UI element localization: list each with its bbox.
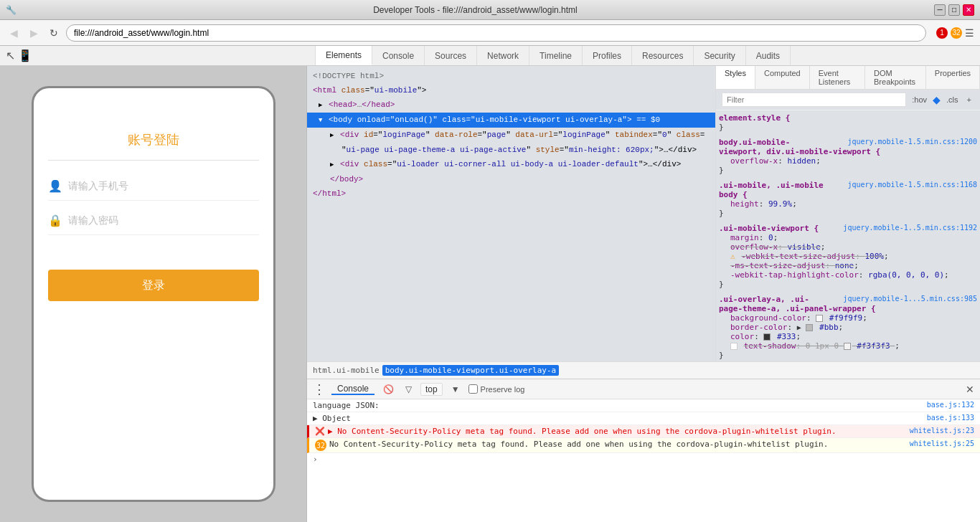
devtools-panel: <!DOCTYPE html> <html class="ui-mobile">… <box>307 66 980 522</box>
console-filter-icon[interactable]: ▽ <box>402 384 415 394</box>
error-badge: 1 <box>936 27 948 39</box>
preserve-log-label: Preserve log <box>468 384 525 394</box>
phone-preview: 账号登陆 👤 请输入手机号 🔒 请输入密码 登录 <box>0 66 307 522</box>
devtools-tab-elements[interactable]: Elements <box>316 46 372 65</box>
refresh-button[interactable]: ↻ <box>46 25 62 41</box>
top-area: <!DOCTYPE html> <html class="ui-mobile">… <box>307 66 980 361</box>
breadcrumb-html[interactable]: html.ui-mobile <box>313 366 380 375</box>
person-icon: 👤 <box>48 179 62 193</box>
tree-doctype[interactable]: <!DOCTYPE html> <box>307 69 715 83</box>
phone-content: 账号登陆 👤 请输入手机号 🔒 请输入密码 登录 <box>48 103 259 485</box>
console-tab[interactable]: Console <box>331 384 374 395</box>
devtools-tab-sources[interactable]: Sources <box>425 46 477 65</box>
console-toolbar: ⋮ Console 🚫 ▽ top ▼ Preserve log ✕ <box>307 379 980 399</box>
close-button[interactable]: ✕ <box>963 4 974 16</box>
styles-tabs: Styles Computed Event Listeners DOM Brea… <box>716 66 980 90</box>
console-messages: language JSON: base.js:132 ▶ Object base… <box>307 399 980 522</box>
devtools-tab-audits[interactable]: Audits <box>746 46 791 65</box>
styles-right-panel: Styles Computed Event Listeners DOM Brea… <box>716 66 980 361</box>
css-rule-element-style: element.style { } <box>719 113 977 132</box>
warning-badge: 32 <box>951 27 962 39</box>
phone-placeholder: 请输入手机号 <box>68 180 128 193</box>
main-area: 账号登陆 👤 请输入手机号 🔒 请输入密码 登录 <!DOCTYPE html> <box>0 66 980 522</box>
console-clear-icon[interactable]: 🚫 <box>380 384 397 394</box>
close-console-button[interactable]: ✕ <box>966 384 974 395</box>
color-swatch-ts <box>730 343 738 350</box>
tab-styles[interactable]: Styles <box>716 66 755 89</box>
color-swatch-color <box>763 333 771 341</box>
color-swatch-border <box>806 324 813 331</box>
login-title: 账号登陆 <box>128 131 179 148</box>
console-top-dropdown-icon[interactable]: ▼ <box>448 384 463 394</box>
add-style-button[interactable]: + <box>964 95 974 105</box>
styles-filter-bar: :hov ◆ .cls + <box>716 90 980 110</box>
console-top-filter[interactable]: top <box>420 383 443 396</box>
tree-div-loginpage[interactable]: ▶ <div id="loginPage" data-role="page" d… <box>307 128 715 143</box>
console-msg-object[interactable]: ▶ Object base.js:133 <box>307 412 980 425</box>
hov-button[interactable]: :hov <box>909 95 930 105</box>
console-menu-icon[interactable]: ⋮ <box>313 381 326 397</box>
error-icon: ❌ <box>315 427 325 436</box>
settings-icon[interactable]: ☰ <box>965 27 974 39</box>
login-divider <box>48 160 259 161</box>
css-rule-ui-mobile: .ui-mobile, .ui-mobilejquery.mobile-1.5.… <box>719 181 977 218</box>
warn-badge: 32 <box>315 440 326 451</box>
device-icon[interactable]: 📱 <box>18 49 32 62</box>
password-placeholder: 请输入密码 <box>68 214 118 227</box>
phone-input-group: 👤 请输入手机号 <box>48 172 259 201</box>
back-button[interactable]: ◀ <box>6 25 22 41</box>
devtools-tab-network[interactable]: Network <box>477 46 529 65</box>
tab-dom-breakpoints[interactable]: DOM Breakpoints <box>865 66 926 89</box>
console-msg-warn: 32 No Content-Security-Policy meta tag f… <box>307 438 980 453</box>
preserve-log-checkbox[interactable] <box>468 384 478 394</box>
login-button[interactable]: 登录 <box>48 270 259 301</box>
tree-html[interactable]: <html class="ui-mobile"> <box>307 83 715 98</box>
console-msg-error: ❌ ▶ No Content-Security-Policy meta tag … <box>307 425 980 438</box>
devtools-tab-profiles[interactable]: Profiles <box>583 46 632 65</box>
preserve-log-text: Preserve log <box>481 385 525 394</box>
tree-div-loginpage2[interactable]: "ui-page ui-page-theme-a ui-page-active"… <box>307 143 715 157</box>
css-rule-mobile-viewport: .ui-mobile-viewport {jquery.mobile-1..5.… <box>719 224 977 289</box>
devtools-toolbar-left: ↖ 📱 <box>0 46 316 65</box>
console-area: ⋮ Console 🚫 ▽ top ▼ Preserve log ✕ langu… <box>307 379 980 522</box>
devtools-tab-security[interactable]: Security <box>694 46 745 65</box>
tree-head[interactable]: ▶ <head>…</head> <box>307 98 715 113</box>
tree-body-close[interactable]: </body> <box>307 172 715 186</box>
phone-frame: 账号登陆 👤 请输入手机号 🔒 请输入密码 登录 <box>32 86 275 502</box>
inspect-icon[interactable]: ↖ <box>6 49 15 62</box>
html-tree[interactable]: <!DOCTYPE html> <html class="ui-mobile">… <box>307 66 716 361</box>
tab-event-listeners[interactable]: Event Listeners <box>810 66 865 89</box>
devtools-tab-console[interactable]: Console <box>372 46 425 65</box>
maximize-button[interactable]: □ <box>948 4 960 16</box>
devtools-tabs: ElementsConsoleSourcesNetworkTimelinePro… <box>316 46 791 65</box>
color-swatch-ts2 <box>844 343 851 350</box>
color-swatch-bg <box>816 315 823 322</box>
breadcrumb-body[interactable]: body.ui-mobile-viewport.ui-overlay-a <box>382 365 559 376</box>
tab-properties[interactable]: Properties <box>926 66 980 89</box>
devtools-tab-resources[interactable]: Resources <box>632 46 694 65</box>
lock-icon: 🔒 <box>48 214 62 227</box>
css-rule-viewport: body.ui-mobile-jquery.mobile-1.5.min.css… <box>719 138 977 175</box>
diamond-icon[interactable]: ◆ <box>933 94 941 105</box>
tree-div-loader[interactable]: ▶ <div class="ui-loader ui-corner-all ui… <box>307 157 715 172</box>
styles-content: element.style { } body.ui-mobile-jquery.… <box>716 110 980 361</box>
forward-button[interactable]: ▶ <box>26 25 42 41</box>
window-controls: ─ □ ✕ <box>934 4 974 16</box>
console-msg-language: language JSON: base.js:132 <box>307 399 980 412</box>
breadcrumb-bar: html.ui-mobile body.ui-mobile-viewport.u… <box>307 361 980 379</box>
password-input-group: 🔒 请输入密码 <box>48 207 259 235</box>
browser-titlebar: 🔧 Developer Tools - file:///android_asse… <box>0 0 980 20</box>
console-prompt: › <box>307 453 980 465</box>
devtools-tabbar: ↖ 📱 ElementsConsoleSourcesNetworkTimelin… <box>0 46 980 66</box>
styles-filter-input[interactable] <box>722 92 906 107</box>
css-rule-overlay-a: .ui-overlay-a, .ui-jquery.mobile-1...5.m… <box>719 295 977 360</box>
tree-body[interactable]: ▼ <body onload="onLoad()" class="ui-mobi… <box>307 113 715 128</box>
devtools-tab-timeline[interactable]: Timeline <box>529 46 583 65</box>
address-bar: ◀ ▶ ↻ 1 32 ☰ <box>0 20 980 46</box>
browser-title: Developer Tools - file:///android_asset/… <box>17 5 934 15</box>
minimize-button[interactable]: ─ <box>934 4 946 16</box>
tab-computed[interactable]: Computed <box>755 66 810 89</box>
tree-html-close[interactable]: </html> <box>307 186 715 201</box>
address-input[interactable] <box>66 24 926 42</box>
cls-button[interactable]: .cls <box>943 95 961 105</box>
